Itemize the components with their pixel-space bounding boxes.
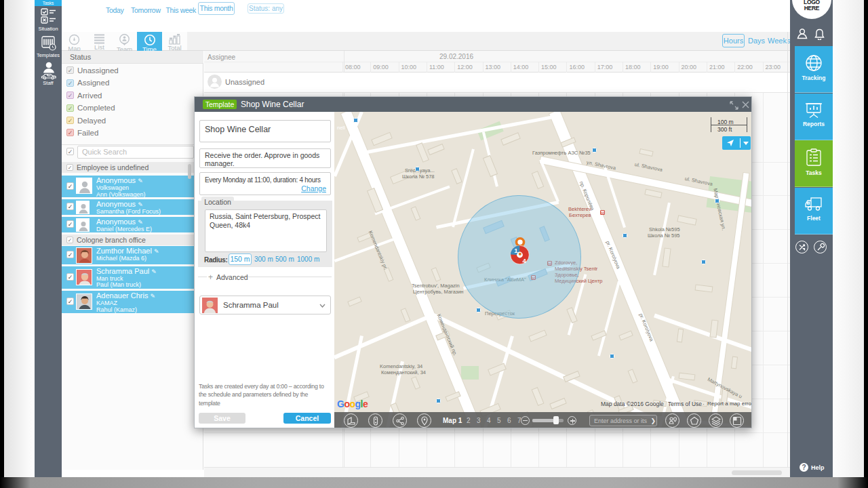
svg-text:4: 4 (523, 257, 527, 264)
svg-text:1: 1 (514, 247, 518, 254)
